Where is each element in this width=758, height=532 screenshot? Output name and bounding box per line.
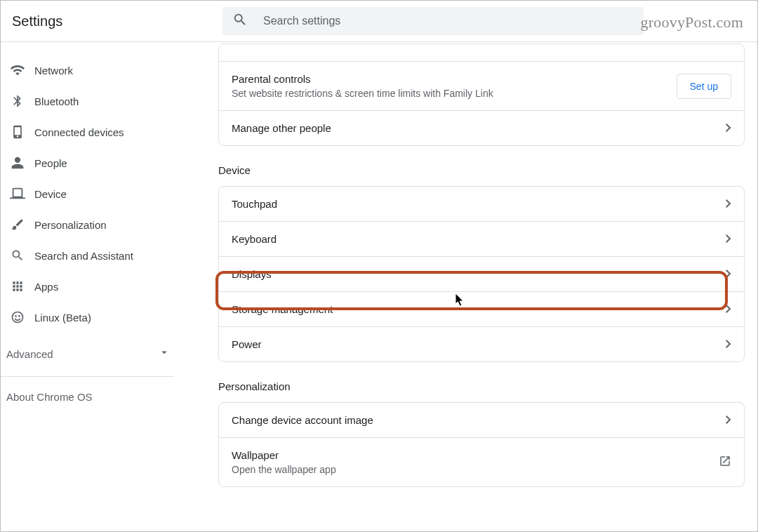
advanced-label: Advanced	[6, 348, 53, 360]
person-icon	[9, 154, 26, 171]
sidebar-about[interactable]: About Chrome OS	[1, 384, 179, 410]
row-wallpaper[interactable]: Wallpaper Open the wallpaper app	[219, 437, 744, 486]
sidebar-item-label: Network	[34, 65, 73, 77]
row-title: Displays	[232, 268, 272, 280]
section-personalization-title: Personalization	[218, 380, 745, 392]
sidebar-item-device[interactable]: Device	[1, 178, 179, 209]
divider	[1, 376, 173, 377]
chevron-down-icon	[158, 346, 171, 361]
sidebar-item-label: Bluetooth	[34, 95, 79, 107]
sidebar-item-people[interactable]: People	[1, 147, 179, 178]
row-subtitle: Open the wallpaper app	[232, 464, 336, 475]
people-card: Sign in automatically Parental controls …	[218, 44, 745, 146]
row-power[interactable]: Power	[219, 326, 744, 361]
sidebar-item-personalization[interactable]: Personalization	[1, 209, 179, 240]
sidebar: Network Bluetooth Connected devices	[1, 42, 179, 532]
search-bar[interactable]	[222, 7, 644, 35]
bluetooth-icon	[9, 93, 26, 109]
svg-point-1	[15, 315, 17, 317]
chevron-right-icon	[722, 305, 731, 314]
apps-icon	[9, 278, 26, 295]
row-storage[interactable]: Storage management	[219, 291, 744, 326]
sidebar-item-linux[interactable]: Linux (Beta)	[1, 302, 179, 333]
sidebar-item-apps[interactable]: Apps	[1, 271, 179, 302]
chevron-right-icon	[722, 415, 731, 425]
row-account-image[interactable]: Change device account image	[219, 403, 744, 437]
svg-point-0	[13, 312, 23, 323]
linux-icon	[9, 309, 26, 326]
wifi-icon	[9, 62, 26, 79]
search-input[interactable]	[263, 15, 634, 27]
sidebar-item-network[interactable]: Network	[1, 55, 179, 86]
search-icon	[232, 12, 248, 30]
laptop-icon	[9, 185, 26, 202]
sidebar-item-bluetooth[interactable]: Bluetooth	[1, 86, 179, 117]
external-link-icon	[719, 455, 731, 470]
row-title: Change device account image	[232, 414, 373, 426]
personalization-card: Change device account image Wallpaper Op…	[218, 402, 745, 487]
row-title: Manage other people	[232, 122, 331, 134]
row-displays[interactable]: Displays	[219, 256, 744, 291]
row-manage-people[interactable]: Manage other people	[219, 110, 744, 145]
content: Sign in automatically Parental controls …	[179, 42, 757, 532]
svg-point-2	[18, 315, 20, 317]
chevron-right-icon	[722, 340, 731, 350]
row-keyboard[interactable]: Keyboard	[219, 221, 744, 256]
row-title: Touchpad	[232, 198, 277, 210]
chevron-right-icon	[722, 270, 731, 279]
chevron-right-icon	[722, 234, 731, 244]
row-title: Keyboard	[232, 233, 277, 245]
row-title: Parental controls	[232, 73, 493, 85]
row-touchpad[interactable]: Touchpad	[219, 187, 744, 221]
device-card: Touchpad Keyboard Displays Storage manag…	[218, 186, 745, 362]
sidebar-item-label: Connected devices	[34, 126, 124, 138]
row-title: Power	[232, 338, 262, 350]
row-parental-controls: Parental controls Set website restrictio…	[219, 61, 744, 110]
section-device-title: Device	[218, 164, 745, 176]
setup-button[interactable]: Set up	[677, 74, 731, 99]
search-icon	[9, 247, 26, 264]
page-title: Settings	[12, 13, 208, 29]
sidebar-advanced[interactable]: Advanced	[1, 341, 179, 372]
sidebar-item-label: Personalization	[34, 219, 107, 231]
sidebar-item-connected-devices[interactable]: Connected devices	[1, 117, 179, 147]
sidebar-item-label: Search and Assistant	[34, 250, 133, 262]
row-subtitle: Set website restrictions & screen time l…	[232, 88, 493, 99]
brush-icon	[9, 216, 26, 233]
sidebar-item-label: Apps	[34, 281, 58, 293]
sidebar-item-label: Linux (Beta)	[34, 312, 91, 324]
sidebar-item-label: People	[34, 157, 67, 169]
sidebar-item-search-assistant[interactable]: Search and Assistant	[1, 240, 179, 271]
row-title: Wallpaper	[232, 449, 336, 461]
row-title: Storage management	[232, 303, 333, 315]
chevron-right-icon	[722, 124, 731, 133]
phone-icon	[9, 124, 26, 140]
chevron-right-icon	[722, 199, 731, 209]
row-sign-in-auto[interactable]: Sign in automatically	[219, 44, 744, 61]
watermark: groovyPost.com	[641, 13, 743, 32]
sidebar-item-label: Device	[34, 188, 67, 200]
